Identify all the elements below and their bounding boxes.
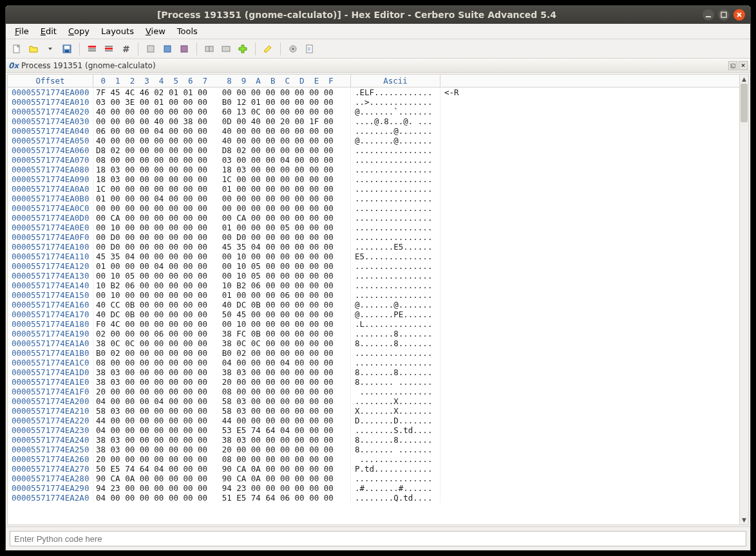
hex-row[interactable]: 00005571774EA27050 E5 74 64 04 00 00 00 … (8, 464, 739, 474)
hex-row[interactable]: 00005571774EA01003 00 3E 00 01 00 00 00 … (8, 97, 739, 107)
hex-cell[interactable]: 40 CC 0B 00 00 00 00 00 40 DC 0B 00 00 0… (93, 300, 350, 310)
python-input[interactable] (10, 531, 746, 546)
hex-cell[interactable]: F0 4C 00 00 00 00 00 00 00 10 00 00 00 0… (93, 319, 350, 329)
hex-row[interactable]: 00005571774EA0B001 00 00 00 04 00 00 00 … (8, 194, 739, 203)
hex-row[interactable]: 00005571774EA11045 35 04 00 00 00 00 00 … (8, 252, 739, 261)
hex-cell[interactable]: 06 00 00 00 04 00 00 00 40 00 00 00 00 0… (93, 126, 350, 136)
hex-row[interactable]: 00005571774EA0C000 00 00 00 00 00 00 00 … (8, 203, 739, 213)
hex-cell[interactable]: 38 03 00 00 00 00 00 00 20 00 00 00 00 0… (93, 377, 350, 387)
hex-row[interactable]: 00005571774EA08018 03 00 00 00 00 00 00 … (8, 165, 739, 174)
menu-tools[interactable]: Tools (172, 25, 203, 37)
hex-cell[interactable]: 00 D0 00 00 00 00 00 00 45 35 04 00 00 0… (93, 242, 350, 252)
hex-cell[interactable]: 40 DC 0B 00 00 00 00 00 50 45 00 00 00 0… (93, 310, 350, 319)
hex-cell[interactable]: 00 CA 00 00 00 00 00 00 00 CA 00 00 00 0… (93, 213, 350, 223)
hex-cell[interactable]: 08 00 00 00 00 00 00 00 03 00 00 00 04 0… (93, 155, 350, 165)
hex-cell[interactable]: 00 10 00 00 00 00 00 00 01 00 00 00 05 0… (93, 223, 350, 232)
script-button[interactable] (303, 42, 317, 56)
scroll-up-icon[interactable]: ▲ (740, 75, 748, 84)
hex-row[interactable]: 00005571774EA26020 00 00 00 00 00 00 00 … (8, 454, 739, 464)
hex-cell[interactable]: 00 D0 00 00 00 00 00 00 00 D0 00 00 00 0… (93, 232, 350, 242)
hex-cell[interactable]: 58 03 00 00 00 00 00 00 58 03 00 00 00 0… (93, 406, 350, 416)
hash-button[interactable]: # (118, 42, 133, 56)
hex-row[interactable]: 00005571774EA180F0 4C 00 00 00 00 00 00 … (8, 319, 739, 329)
hex-row[interactable]: 00005571774EA09018 03 00 00 00 00 00 00 … (8, 174, 739, 184)
hex-cell[interactable]: 03 00 3E 00 01 00 00 00 B0 12 01 00 00 0… (93, 97, 350, 107)
settings-button[interactable] (286, 42, 300, 56)
hex-row[interactable]: 00005571774EA24038 03 00 00 00 00 00 00 … (8, 435, 739, 445)
hex-cell[interactable]: 20 00 00 00 00 00 00 00 08 00 00 00 00 0… (93, 387, 350, 396)
plugin-button[interactable] (236, 42, 250, 56)
edit-button[interactable] (261, 42, 275, 56)
hex-row[interactable]: 00005571774EA21058 03 00 00 00 00 00 00 … (8, 406, 739, 416)
hex-cell[interactable]: 38 03 00 00 00 00 00 00 38 03 00 00 00 0… (93, 367, 350, 377)
hex-cell[interactable]: 90 CA 0A 00 00 00 00 00 90 CA 0A 00 00 0… (93, 474, 350, 483)
hex-row[interactable]: 00005571774EA1C008 00 00 00 00 00 00 00 … (8, 358, 739, 367)
hex-cell[interactable]: 38 03 00 00 00 00 00 00 20 00 00 00 00 0… (93, 445, 350, 454)
hex-cell[interactable]: 08 00 00 00 00 00 00 00 04 00 00 00 04 0… (93, 358, 350, 367)
titlebar[interactable]: [Process 191351 (gnome-calculato)] - Hex… (6, 6, 750, 24)
hex-row[interactable]: 00005571774EA22044 00 00 00 00 00 00 00 … (8, 416, 739, 425)
hex-row[interactable]: 00005571774EA0E000 10 00 00 00 00 00 00 … (8, 223, 739, 232)
hex-row[interactable]: 00005571774EA1E038 03 00 00 00 00 00 00 … (8, 377, 739, 387)
scroll-thumb[interactable] (741, 84, 748, 122)
menu-file[interactable]: File (10, 25, 34, 37)
open-folder-button[interactable] (26, 42, 41, 56)
scroll-down-icon[interactable]: ▼ (740, 515, 748, 524)
new-file-button[interactable] (10, 42, 24, 56)
hex-cell[interactable]: 00 00 00 00 40 00 38 00 0D 00 40 00 20 0… (93, 116, 350, 126)
hex-cell[interactable]: 04 00 00 00 00 00 00 00 53 E5 74 64 04 0… (93, 425, 350, 435)
hex-row[interactable]: 00005571774EA13000 10 05 00 00 00 00 00 … (8, 271, 739, 281)
hex-row[interactable]: 00005571774EA0007F 45 4C 46 02 01 01 00 … (8, 88, 739, 97)
hex-cell[interactable]: B0 02 00 00 00 00 00 00 B0 02 00 00 00 0… (93, 348, 350, 358)
tool-b-button[interactable] (160, 42, 175, 56)
hex-row[interactable]: 00005571774EA16040 CC 0B 00 00 00 00 00 … (8, 300, 739, 310)
hex-cell[interactable]: D8 02 00 00 00 00 00 00 D8 02 00 00 00 0… (93, 145, 350, 155)
hex-row[interactable]: 00005571774EA1B0B0 02 00 00 00 00 00 00 … (8, 348, 739, 358)
menu-copy[interactable]: Copy (63, 25, 95, 37)
close-button[interactable] (733, 9, 745, 21)
hex-cell[interactable]: 10 B2 06 00 00 00 00 00 10 B2 06 00 00 0… (93, 281, 350, 290)
hex-row[interactable]: 00005571774EA0D000 CA 00 00 00 00 00 00 … (8, 213, 739, 223)
hex-row[interactable]: 00005571774EA14010 B2 06 00 00 00 00 00 … (8, 281, 739, 290)
save-button[interactable] (60, 42, 74, 56)
minimize-button[interactable] (703, 9, 714, 21)
hex-row[interactable]: 00005571774EA19002 00 00 00 06 00 00 00 … (8, 329, 739, 338)
hex-cell[interactable]: 38 0C 0C 00 00 00 00 00 38 0C 0C 00 00 0… (93, 338, 350, 348)
menu-view[interactable]: View (140, 25, 171, 37)
hex-cell[interactable]: 01 00 00 00 04 00 00 00 00 00 00 00 00 0… (93, 194, 350, 203)
panel-float-button[interactable]: ◱ (728, 61, 737, 70)
hex-row[interactable]: 00005571774EA1F020 00 00 00 00 00 00 00 … (8, 387, 739, 396)
layout-2-button[interactable] (102, 42, 116, 56)
hex-row[interactable]: 00005571774EA07008 00 00 00 00 00 00 00 … (8, 155, 739, 165)
hex-cell[interactable]: 04 00 00 00 00 00 00 00 51 E5 74 64 06 0… (93, 493, 350, 503)
open-dropdown-icon[interactable] (43, 42, 57, 56)
hex-row[interactable]: 00005571774EA20004 00 00 00 04 00 00 00 … (8, 396, 739, 406)
hex-cell[interactable]: 18 03 00 00 00 00 00 00 18 03 00 00 00 0… (93, 165, 350, 174)
hex-row[interactable]: 00005571774EA23004 00 00 00 00 00 00 00 … (8, 425, 739, 435)
menu-layouts[interactable]: Layouts (96, 25, 139, 37)
tool-a-button[interactable] (144, 42, 158, 56)
hex-cell[interactable]: 50 E5 74 64 04 00 00 00 90 CA 0A 00 00 0… (93, 464, 350, 474)
menu-edit[interactable]: Edit (35, 25, 62, 37)
hex-row[interactable]: 00005571774EA15000 10 00 00 00 00 00 00 … (8, 290, 739, 300)
hex-cell[interactable]: 38 03 00 00 00 00 00 00 38 03 00 00 00 0… (93, 435, 350, 445)
hex-row[interactable]: 00005571774EA0A01C 00 00 00 00 00 00 00 … (8, 184, 739, 194)
hex-row[interactable]: 00005571774EA10000 D0 00 00 00 00 00 00 … (8, 242, 739, 252)
tool-d-button[interactable] (202, 42, 216, 56)
hex-row[interactable]: 00005571774EA05040 00 00 00 00 00 00 00 … (8, 136, 739, 145)
hex-row[interactable]: 00005571774EA03000 00 00 00 40 00 38 00 … (8, 116, 739, 126)
hex-cell[interactable]: 02 00 00 00 06 00 00 00 38 FC 0B 00 00 0… (93, 329, 350, 338)
tool-e-button[interactable] (219, 42, 233, 56)
hex-cell[interactable]: 94 23 00 00 00 00 00 00 94 23 00 00 00 0… (93, 483, 350, 493)
hex-cell[interactable]: 45 35 04 00 00 00 00 00 00 10 00 00 00 0… (93, 252, 350, 261)
hex-cell[interactable]: 44 00 00 00 00 00 00 00 44 00 00 00 00 0… (93, 416, 350, 425)
hex-row[interactable]: 00005571774EA12001 00 00 00 04 00 00 00 … (8, 261, 739, 271)
layout-1-button[interactable] (85, 42, 99, 56)
hex-row[interactable]: 00005571774EA0F000 D0 00 00 00 00 00 00 … (8, 232, 739, 242)
hex-cell[interactable]: 7F 45 4C 46 02 01 01 00 00 00 00 00 00 0… (93, 88, 350, 97)
hex-cell[interactable]: 20 00 00 00 00 00 00 00 08 00 00 00 00 0… (93, 454, 350, 464)
hex-row[interactable]: 00005571774EA29094 23 00 00 00 00 00 00 … (8, 483, 739, 493)
hex-row[interactable]: 00005571774EA02040 00 00 00 00 00 00 00 … (8, 107, 739, 116)
hex-cell[interactable]: 18 03 00 00 00 00 00 00 1C 00 00 00 00 0… (93, 174, 350, 184)
hex-row[interactable]: 00005571774EA1A038 0C 0C 00 00 00 00 00 … (8, 338, 739, 348)
